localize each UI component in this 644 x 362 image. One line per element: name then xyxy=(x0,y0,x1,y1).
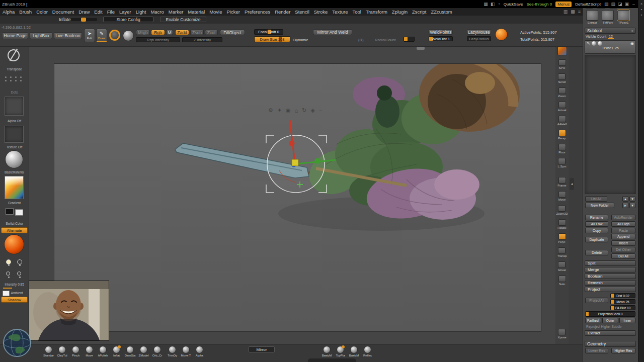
shelf-toggle[interactable]: Move xyxy=(558,191,566,201)
menu-item[interactable]: Stroke xyxy=(314,9,328,15)
weldpoints-button[interactable]: WeldPoints xyxy=(429,29,453,35)
fillobject-button[interactable]: FillObject xyxy=(220,30,245,35)
mean-slider[interactable]: Mean 25 xyxy=(610,299,635,304)
menu-item[interactable]: Movie xyxy=(209,9,222,15)
taskbar-peek-tab[interactable] xyxy=(308,358,356,362)
history-icon[interactable]: ◔ xyxy=(497,2,500,7)
del-other-button[interactable]: Del Other xyxy=(611,247,635,252)
m-toggle[interactable]: M xyxy=(166,30,173,35)
append-button[interactable]: Append xyxy=(611,234,635,239)
light-bulb-icon[interactable] xyxy=(6,259,11,264)
brush-item[interactable]: Move xyxy=(83,346,96,357)
minimize-button[interactable]: – xyxy=(632,2,635,7)
draw-size-slider[interactable]: Draw Size 108 xyxy=(254,36,290,42)
menu-item[interactable]: Color xyxy=(36,9,48,15)
brush-item[interactable]: Orb_Cr xyxy=(151,346,164,357)
quicksave-button[interactable]: QuickSave xyxy=(504,2,523,7)
farthest-toggle[interactable]: Farthest xyxy=(585,318,601,323)
gyro-icon[interactable] xyxy=(109,30,120,41)
geometry-header[interactable]: Geometry xyxy=(585,341,636,347)
shelf-toggle[interactable]: Ghost xyxy=(558,261,566,272)
shelf-toggle[interactable]: Solo xyxy=(558,276,566,286)
brush-item[interactable]: hPolish xyxy=(97,346,109,357)
rgb-intensity-slider[interactable]: Rgb Intensity xyxy=(136,37,180,42)
menu-item[interactable]: Zscript xyxy=(412,9,427,15)
grid-icon[interactable]: ▤ xyxy=(604,2,609,7)
subtool-down-button[interactable]: ▾ xyxy=(629,196,635,202)
visible-count[interactable]: Visible Count 12 xyxy=(586,35,614,39)
material-item[interactable]: BasicM xyxy=(348,346,360,357)
merge-section[interactable]: Merge xyxy=(585,267,636,273)
folder-prev-button[interactable]: ▸ xyxy=(622,203,628,208)
brush-item[interactable]: ZModel xyxy=(137,346,150,357)
sculptris-pro-icon[interactable] xyxy=(495,28,508,41)
brush-item[interactable]: TrimDy xyxy=(166,346,179,357)
doc-grid-icon[interactable]: ▦ xyxy=(484,2,488,7)
subtool-header[interactable]: Subtool » xyxy=(585,28,636,34)
dynamic-toggle[interactable]: Dynamic xyxy=(293,38,308,42)
shelf-toggle[interactable]: Persp xyxy=(558,130,566,140)
project-section[interactable]: Project xyxy=(585,287,636,292)
split-section[interactable]: Split xyxy=(585,260,636,266)
store-config-button[interactable]: Store Config xyxy=(103,17,153,22)
copy-button[interactable]: Copy xyxy=(585,228,608,233)
stroke-dots-icon[interactable] xyxy=(5,76,23,81)
tool-grid-icon[interactable]: ▥ xyxy=(564,10,568,14)
projectall-button[interactable]: ProjectAll xyxy=(585,298,608,303)
menu-item[interactable]: Stencil xyxy=(295,9,309,15)
menu-item[interactable]: Alpha xyxy=(3,9,15,15)
higher-res-button[interactable]: Higher Res xyxy=(611,348,635,353)
alpha-selector[interactable] xyxy=(5,97,24,116)
menu-item[interactable]: Light xyxy=(136,9,146,15)
screen-icon[interactable]: ▣ xyxy=(624,2,629,7)
edit-button[interactable]: ➤ Edit xyxy=(84,29,95,42)
menu-item[interactable]: Document xyxy=(52,9,74,15)
mirror-and-weld-button[interactable]: Mirror And Weld xyxy=(313,29,352,35)
menu-item[interactable]: Marker xyxy=(169,9,184,15)
menu-item[interactable]: Texture xyxy=(332,9,348,15)
close-button[interactable]: × xyxy=(638,2,644,6)
subtool-up-button[interactable]: ▴ xyxy=(622,196,628,202)
shelf-toggle[interactable]: Scroll xyxy=(558,73,566,83)
menu-item[interactable]: Edit xyxy=(94,9,102,15)
tool-thumbnail[interactable]: Extract xyxy=(586,10,599,24)
tool-thumbnail[interactable]: TMPoly xyxy=(601,10,614,24)
layers-icon[interactable]: ▨ xyxy=(611,2,615,7)
transpose-icon[interactable] xyxy=(8,49,20,61)
menu-item[interactable]: Render xyxy=(275,9,290,15)
inflate-slider[interactable] xyxy=(71,18,97,21)
light-bulb-icon[interactable] xyxy=(6,272,10,276)
all-low-button[interactable]: All Low xyxy=(585,221,608,227)
dock-handle[interactable] xyxy=(417,47,425,50)
shelf-toggle[interactable]: Floor xyxy=(558,144,566,154)
mrgb-toggle[interactable]: Mrgb xyxy=(136,30,150,35)
subtool-list[interactable] xyxy=(585,55,636,194)
main-color-swatch[interactable] xyxy=(6,208,14,215)
shadow-button[interactable]: Shadow xyxy=(1,297,28,303)
seethrough-slider[interactable]: See-through 0 xyxy=(527,2,552,7)
paste-button[interactable]: Paste xyxy=(611,228,635,233)
split-view-icon[interactable]: ◪ xyxy=(618,2,622,7)
menu-item[interactable]: Material xyxy=(188,9,205,15)
zadd-toggle[interactable]: Zadd xyxy=(175,30,189,35)
material-item[interactable]: Reflec xyxy=(361,346,374,357)
document-canvas[interactable]: ⚙✦◉⌂↻◈− xyxy=(54,63,541,332)
shelf-toggle[interactable]: Rotate xyxy=(557,219,567,229)
brush-item[interactable]: DamSta xyxy=(124,346,136,357)
material-item[interactable]: ToyPla xyxy=(334,346,347,357)
menu-item[interactable]: Brush xyxy=(19,9,32,15)
material-selector[interactable] xyxy=(5,150,23,168)
rename-button[interactable]: Rename xyxy=(585,215,608,220)
shelf-toggle[interactable]: Transp xyxy=(557,247,567,257)
material-item[interactable]: BasicM xyxy=(320,346,333,357)
shelf-toggle[interactable]: PolyF xyxy=(558,233,566,243)
shelf-toggle[interactable]: SPix xyxy=(558,59,566,69)
zcut-toggle[interactable]: Zcut xyxy=(205,30,218,35)
texture-selector[interactable] xyxy=(5,126,24,143)
draw-button[interactable]: ✎ Draw xyxy=(96,29,107,42)
rgb-toggle[interactable]: Rgb xyxy=(151,30,165,35)
home-page-button[interactable]: Home Page xyxy=(2,32,28,39)
lightbox-button[interactable]: LightBox xyxy=(30,32,52,39)
remesh-section[interactable]: Remesh xyxy=(585,280,636,286)
menu-item[interactable]: Tool xyxy=(352,9,361,15)
